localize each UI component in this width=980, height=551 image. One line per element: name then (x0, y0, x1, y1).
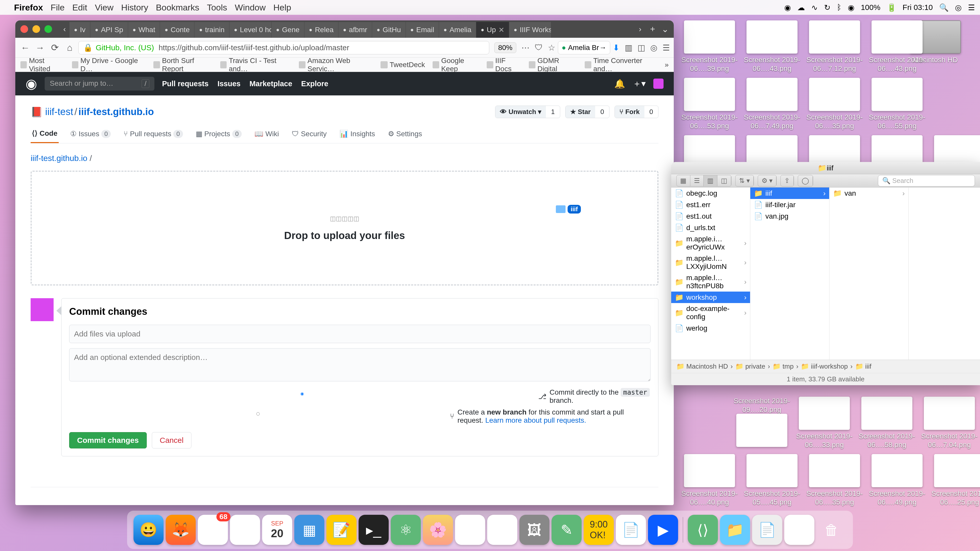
finder-item[interactable]: 📄d_urls.txt (671, 222, 750, 233)
tab-code[interactable]: ⟨⟩ Code (30, 124, 59, 143)
status-icon[interactable]: ↻ (824, 3, 830, 12)
nav-pull-requests[interactable]: Pull requests (162, 79, 208, 88)
tab-projects[interactable]: ▦ Projects 0 (194, 124, 243, 143)
finder-search[interactable]: 🔍 Search (878, 175, 975, 186)
desktop-screenshot[interactable]: Screenshot 2019-06….55.png (868, 78, 926, 130)
bookmark-item[interactable]: TweetDeck (380, 61, 425, 69)
finder-item[interactable]: 📁van› (829, 187, 908, 199)
dock-music[interactable]: ♪ (455, 515, 485, 545)
browser-tab[interactable]: ●Level 0 ho (229, 22, 272, 38)
page-actions-icon[interactable]: ⋯ (522, 43, 530, 52)
bookmark-item[interactable]: Most Visited (21, 57, 64, 73)
desktop-screenshot[interactable]: Screenshot 2019-06….43.png (868, 21, 926, 73)
dock-trash[interactable]: 🗑 (816, 515, 846, 545)
reader-icon[interactable]: 🛡 (535, 43, 543, 52)
create-new-icon[interactable]: ＋▾ (633, 78, 646, 89)
dock-finder[interactable]: 😀 (134, 515, 164, 545)
bookmark-item[interactable]: Time Converter and… (585, 57, 657, 73)
user-avatar[interactable] (653, 79, 663, 89)
footer-link[interactable]: Help (216, 505, 230, 505)
dock-zoom[interactable]: ▶ (648, 515, 678, 545)
finder-item[interactable]: 📁m.apple.l…n3ftcnPU8b› (671, 272, 750, 292)
finder-item[interactable]: 📄obegc.log (671, 187, 750, 199)
status-icon[interactable]: ◉ (784, 3, 791, 12)
finder-item[interactable]: 📄van.jpg (750, 210, 829, 222)
new-tab-button[interactable]: + (650, 24, 655, 34)
footer-link[interactable]: Contact GitHub (483, 505, 528, 505)
desktop-screenshot[interactable]: Screenshot 2019-06….39.png (680, 21, 739, 73)
list-view-button[interactable]: ☰ (690, 175, 703, 186)
tab-overflow-button[interactable]: ⌄ (662, 24, 669, 34)
bookmark-item[interactable]: My Drive - Google D… (72, 57, 146, 73)
back-button[interactable]: ← (19, 41, 32, 54)
browser-tab[interactable]: ●Gene (272, 22, 304, 38)
zoom-window-button[interactable] (45, 25, 52, 33)
footer-link[interactable]: Blog (619, 505, 632, 505)
tab-wiki[interactable]: 📖 Wiki (253, 124, 280, 143)
radio-new-branch[interactable]: ⑂ Create a new branch for this commit an… (69, 408, 651, 424)
bookmark-star-icon[interactable]: ☆ (548, 43, 555, 52)
footer-link[interactable]: Status (189, 505, 207, 505)
desktop-screenshot[interactable]: Screenshot 2019-09….20.png (732, 397, 791, 449)
learn-more-link[interactable]: Learn more about pull requests. (485, 416, 586, 424)
spotlight-icon[interactable]: 🔍 (939, 3, 948, 12)
zoom-level[interactable]: 80% (494, 42, 516, 53)
search-go-icon[interactable]: → (599, 44, 606, 52)
menu-view[interactable]: View (95, 3, 114, 13)
desktop-screenshot[interactable]: Screenshot 2019-06….43.png (743, 21, 801, 73)
nav-marketplace[interactable]: Marketplace (249, 79, 292, 88)
share-button[interactable]: ⇪ (781, 175, 794, 186)
browser-tab[interactable]: ●Conte (160, 22, 194, 38)
wifi-icon[interactable]: ◉ (848, 3, 854, 12)
repo-name-link[interactable]: iiif-test.github.io (78, 106, 154, 118)
desktop-screenshot[interactable]: Screenshot 2019-06….35.png (805, 78, 864, 130)
siri-icon[interactable]: ◎ (955, 3, 962, 12)
status-icon[interactable]: ∿ (811, 3, 818, 12)
battery-icon[interactable]: 🔋 (887, 3, 896, 12)
finder-item[interactable]: 📁m.apple.i…erOyricUWx› (671, 233, 750, 253)
path-segment[interactable]: 📁 tmp (773, 362, 794, 370)
notifications-icon[interactable]: ☰ (968, 3, 975, 12)
github-logo-icon[interactable]: ◉ (25, 76, 37, 91)
menu-icon[interactable]: ☰ (662, 43, 670, 52)
cancel-button[interactable]: Cancel (152, 432, 191, 448)
path-segment[interactable]: 📁 private (735, 362, 765, 370)
desktop-screenshot[interactable]: Screenshot 2019-06….25.png (930, 454, 980, 507)
library-icon[interactable]: ▥ (625, 43, 632, 52)
desktop-screenshot[interactable]: Screenshot 2019-06….40.png (680, 454, 739, 507)
dock-photos[interactable]: 🌸 (423, 515, 453, 545)
browser-tab[interactable]: ●GitHu (372, 22, 406, 38)
desktop-screenshot[interactable]: Screenshot 2019-06….58.png (858, 397, 916, 449)
dock-folder[interactable]: 📁 (720, 515, 750, 545)
menu-history[interactable]: History (121, 3, 148, 13)
tab-settings[interactable]: ⚙ Settings (387, 124, 423, 143)
path-segment[interactable]: 📁 iiif (855, 362, 872, 370)
dock-notes[interactable]: 📝 (326, 515, 356, 545)
dock-app[interactable]: 9:00OK! (584, 515, 614, 545)
tab-pull-requests[interactable]: ⑂ Pull requests 0 (122, 124, 184, 143)
menu-help[interactable]: Help (273, 3, 291, 13)
tab-issues[interactable]: ① Issues 0 (69, 124, 112, 143)
downloads-icon[interactable]: ⬇ (613, 43, 620, 52)
desktop-screenshot[interactable]: Screenshot 2019-05….45.png (743, 454, 801, 507)
path-segment[interactable]: 📁 Macintosh HD (676, 362, 728, 370)
bookmark-item[interactable]: Google Keep (433, 57, 479, 73)
action-button[interactable]: ⚙ ▾ (758, 175, 776, 186)
repo-owner-link[interactable]: iiif-test (45, 106, 73, 118)
commit-changes-button[interactable]: Commit changes (69, 432, 147, 448)
bookmark-item[interactable]: Travis CI - Test and… (220, 57, 291, 73)
browser-tab[interactable]: ●Up✕ (476, 22, 509, 38)
close-window-button[interactable] (21, 25, 28, 33)
desktop-screenshot[interactable]: Screenshot 2019-06…7.04.png (920, 397, 979, 449)
footer-link[interactable]: Security (156, 505, 180, 505)
menu-window[interactable]: Window (235, 3, 266, 13)
dock-doc[interactable]: 📄 (752, 515, 782, 545)
desktop-screenshot[interactable]: Screenshot 2019-06….53.png (680, 78, 739, 130)
star-button[interactable]: ★ Star0 (565, 106, 609, 118)
dock-mail[interactable]: ✉ (198, 515, 228, 545)
home-button[interactable]: ⌂ (64, 41, 76, 54)
browser-tab[interactable]: ●afbmr (339, 22, 372, 38)
arrange-button[interactable]: ⇅ ▾ (735, 175, 754, 186)
browser-tab[interactable]: ●Amelia (439, 22, 476, 38)
nav-issues[interactable]: Issues (218, 79, 240, 88)
